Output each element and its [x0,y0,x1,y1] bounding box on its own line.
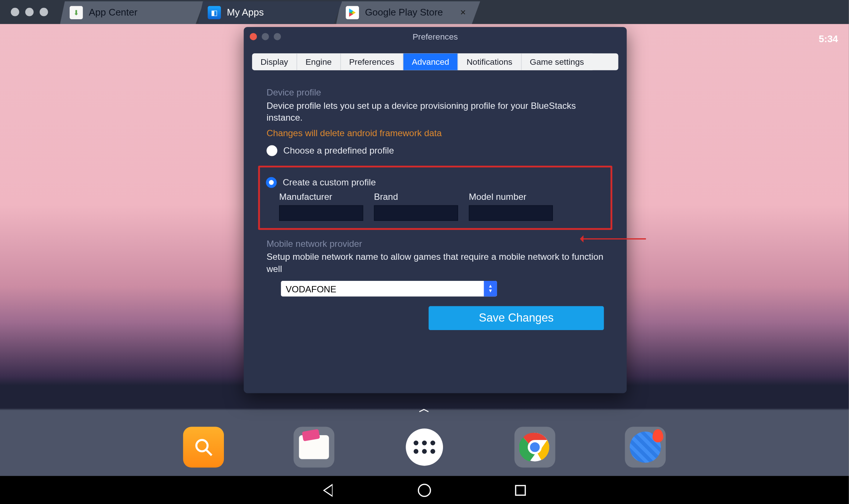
files-icon [299,435,329,459]
back-icon [323,484,333,497]
brand-input[interactable] [374,205,458,221]
chevron-up-icon[interactable]: ︿ [419,401,430,416]
save-changes-button[interactable]: Save Changes [429,306,604,330]
tab-label: App Center [89,7,137,18]
dock-chrome[interactable] [514,427,555,467]
tab-app-center[interactable]: ⬇ App Center [60,1,204,24]
device-profile-warning: Changes will delete android framework da… [266,128,604,138]
brand-label: Brand [374,191,458,202]
status-clock: 5:34 [819,34,838,44]
dock-search[interactable] [183,427,224,467]
tab-engine[interactable]: Engine [297,53,341,70]
svg-point-4 [197,440,208,451]
dialog-title: Preferences [244,32,627,41]
radio-icon [266,145,277,156]
window-titlebar: ⬇ App Center ◧ My Apps Google Play Store… [0,0,849,24]
preferences-tab-bar: Display Engine Preferences Advanced Noti… [252,53,618,70]
dock-maps[interactable] [625,427,666,467]
annotation-arrow [582,238,646,239]
custom-profile-highlight: Create a custom profile Manufacturer Bra… [258,165,612,230]
tab-strip: ⬇ App Center ◧ My Apps Google Play Store… [60,0,474,24]
search-icon [193,437,214,457]
tab-preferences[interactable]: Preferences [340,53,403,70]
maps-icon [630,431,661,463]
network-provider-select[interactable]: VODAFONE ▲▼ [281,281,497,296]
nav-back-button[interactable] [323,484,334,497]
desktop-workspace: 5:34 Preferences Display Engine Preferen… [0,24,849,476]
window-close-dot[interactable] [11,8,19,16]
app-drawer-icon [406,429,443,466]
select-arrows-icon: ▲▼ [484,281,497,296]
network-provider-value: VODAFONE [281,281,497,296]
tab-game-settings[interactable]: Game settings [521,53,593,70]
model-label: Model number [469,191,553,202]
dock-files[interactable] [293,427,334,467]
tab-advanced[interactable]: Advanced [403,53,458,70]
device-profile-heading: Device profile [266,87,604,97]
tab-my-apps[interactable]: ◧ My Apps [198,1,342,24]
nav-home-button[interactable] [418,484,431,497]
network-heading: Mobile network provider [266,238,604,248]
window-minimize-dot[interactable] [25,8,34,16]
myapps-icon: ◧ [208,6,221,19]
radio-predefined-profile[interactable]: Choose a predefined profile [266,145,604,156]
dialog-titlebar: Preferences [244,27,627,46]
network-description: Setup mobile network name to allow games… [266,251,604,275]
radio-custom-profile[interactable]: Create a custom profile [266,177,605,188]
appcenter-icon: ⬇ [70,6,83,19]
close-icon[interactable]: × [460,7,466,18]
device-profile-description: Device profile lets you set up a device … [266,100,604,124]
window-controls [0,8,48,16]
radio-label: Create a custom profile [283,177,376,187]
model-input[interactable] [469,205,553,221]
tab-label: My Apps [227,7,264,18]
manufacturer-input[interactable] [279,205,363,221]
radio-icon [266,177,277,188]
chrome-icon [519,431,550,463]
playstore-icon [346,6,359,19]
manufacturer-label: Manufacturer [279,191,363,202]
window-zoom-dot[interactable] [40,8,48,16]
android-nav-bar [0,476,849,504]
tab-notifications[interactable]: Notifications [458,53,521,70]
dock [0,419,849,476]
preferences-dialog: Preferences Display Engine Preferences A… [244,27,627,393]
dock-app-drawer[interactable] [404,427,445,467]
svg-line-5 [206,450,212,455]
tab-google-play-store[interactable]: Google Play Store × [336,1,480,24]
radio-label: Choose a predefined profile [283,145,394,156]
tab-display[interactable]: Display [252,53,297,70]
nav-recents-button[interactable] [515,485,526,495]
tab-label: Google Play Store [365,7,443,18]
